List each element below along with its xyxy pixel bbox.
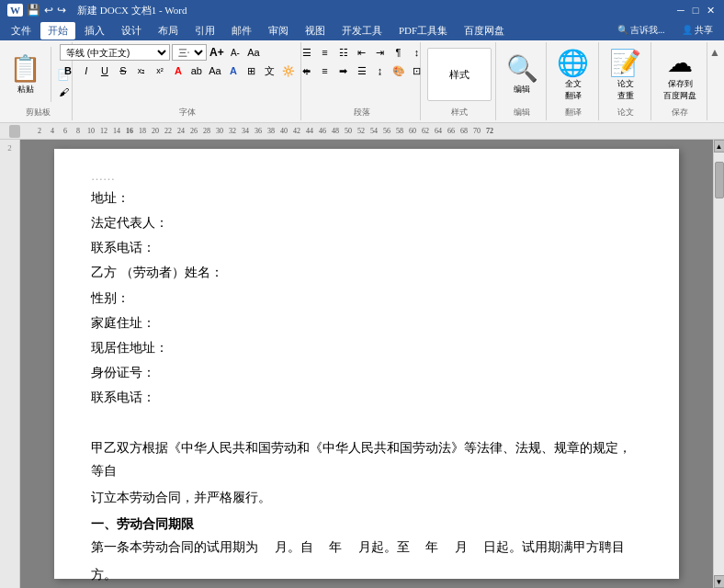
italic-button[interactable]: I bbox=[78, 62, 95, 79]
quick-access-save[interactable]: 💾 bbox=[27, 4, 40, 17]
edit-button[interactable]: 🔍 编辑 bbox=[501, 46, 544, 103]
underline-button[interactable]: U bbox=[96, 62, 113, 79]
paste-button[interactable]: 📋 粘贴 bbox=[4, 46, 47, 103]
doc-page[interactable]: …… 地址： 法定代表人： 联系电话： 乙方 （劳动者）姓名： 性别： 家庭住址… bbox=[54, 149, 679, 579]
menu-review[interactable]: 审阅 bbox=[261, 22, 296, 40]
translate-icon: 🌐 bbox=[557, 48, 589, 78]
ruler-left-margin bbox=[9, 125, 20, 138]
shading-button[interactable]: 🎨 bbox=[390, 62, 407, 79]
menu-design[interactable]: 设计 bbox=[114, 22, 149, 40]
paper-check-button[interactable]: 📝 论文查重 bbox=[603, 46, 649, 103]
superscript-button[interactable]: x² bbox=[152, 62, 168, 79]
list-number-button[interactable]: ≡ bbox=[317, 44, 334, 61]
scroll-thumb[interactable] bbox=[715, 162, 724, 198]
ruler-8: 8 bbox=[72, 127, 85, 135]
decrease-font-button[interactable]: A- bbox=[227, 44, 243, 61]
doc-para-2: 订立本劳动合同，并严格履行。 bbox=[91, 486, 642, 509]
save-baidu-button[interactable]: ☁ 保存到百度网盘 bbox=[655, 46, 706, 103]
show-formatting-button[interactable]: ¶ bbox=[390, 44, 407, 61]
edit-label: 编辑 bbox=[514, 84, 530, 96]
menu-tell-me[interactable]: 🔍 吉诉我... bbox=[610, 22, 673, 39]
ribbon-edit-group: 🔍 编辑 编辑 bbox=[498, 42, 546, 120]
title-text: 新建 DOCX 文档1 - Word bbox=[77, 4, 187, 17]
paste-icon: 📋 bbox=[9, 53, 41, 84]
decrease-indent-button[interactable]: ⇤ bbox=[354, 44, 370, 61]
menu-references[interactable]: 引用 bbox=[187, 22, 222, 40]
strikethrough-button[interactable]: S bbox=[115, 62, 131, 79]
menu-view[interactable]: 视图 bbox=[298, 22, 333, 40]
font-family-select[interactable]: 等线 (中文正文) bbox=[60, 44, 170, 61]
ruler-52: 52 bbox=[355, 127, 368, 135]
char-shading-button[interactable]: 🔆 bbox=[280, 62, 297, 79]
phonetic-button[interactable]: 文 bbox=[262, 62, 278, 79]
scroll-track[interactable] bbox=[714, 153, 725, 575]
menu-file[interactable]: 文件 bbox=[4, 22, 39, 40]
font-size-select[interactable]: 三号 小三 四号 bbox=[172, 44, 207, 61]
align-justify-button[interactable]: ☰ bbox=[354, 62, 370, 79]
clear-format-button[interactable]: Aa bbox=[245, 44, 262, 61]
menu-insert[interactable]: 插入 bbox=[77, 22, 112, 40]
ruler-24: 24 bbox=[175, 127, 187, 135]
line-spacing-button[interactable]: ↨ bbox=[372, 62, 389, 79]
doc-content-area[interactable]: …… 地址： 法定代表人： 联系电话： 乙方 （劳动者）姓名： 性别： 家庭住址… bbox=[20, 140, 713, 588]
scroll-up-button[interactable]: ▲ bbox=[714, 140, 725, 153]
ruler-56: 56 bbox=[380, 127, 393, 135]
ruler-20: 20 bbox=[149, 127, 162, 135]
ribbon-save-group: ☁ 保存到百度网盘 保存 bbox=[653, 42, 707, 120]
ruler-36: 36 bbox=[252, 127, 265, 135]
ribbon-font-group: 等线 (中文正文) 三号 小三 四号 A+ A- Aa B I U S x₂ x… bbox=[74, 42, 300, 120]
highlight-button[interactable]: ab bbox=[188, 62, 205, 79]
line-num-2: 2 bbox=[7, 141, 12, 154]
ribbon-collapse-button[interactable]: ▲ bbox=[709, 42, 720, 120]
menu-home[interactable]: 开始 bbox=[40, 22, 75, 40]
ruler-44: 44 bbox=[303, 127, 316, 135]
menu-share[interactable]: 👤 共享 bbox=[674, 22, 721, 39]
bold-button[interactable]: B bbox=[60, 62, 76, 79]
ruler-46: 46 bbox=[316, 127, 329, 135]
doc-para-1: 甲乙双方根据《中华人民共和国劳动和《中华人民共和国劳动法》等法律、法规、规章的规… bbox=[91, 436, 642, 482]
app-icon: W bbox=[7, 4, 23, 17]
menu-baidu[interactable]: 百度网盘 bbox=[457, 22, 512, 40]
ruler: 2 4 6 8 10 12 14 16 18 20 22 24 26 28 30… bbox=[0, 123, 724, 140]
ruler-30: 30 bbox=[213, 127, 226, 135]
style-preview: 样式 bbox=[449, 68, 469, 82]
style-box[interactable]: 样式 bbox=[427, 48, 492, 101]
align-left-button[interactable]: ⬅ bbox=[299, 62, 315, 79]
menu-developer[interactable]: 开发工具 bbox=[334, 22, 390, 40]
ruler-38: 38 bbox=[265, 127, 277, 135]
font-controls: 等线 (中文正文) 三号 小三 四号 A+ A- Aa B I U S x₂ x… bbox=[60, 44, 315, 105]
ruler-14: 14 bbox=[110, 127, 123, 135]
ruler-40: 40 bbox=[277, 127, 290, 135]
menu-layout[interactable]: 布局 bbox=[151, 22, 186, 40]
scrollbar-right[interactable]: ▲ ▼ bbox=[713, 140, 724, 588]
increase-font-button[interactable]: A+ bbox=[209, 44, 225, 61]
minimize-button[interactable]: ─ bbox=[674, 4, 687, 17]
menu-pdf[interactable]: PDF工具集 bbox=[391, 22, 455, 40]
close-button[interactable]: ✕ bbox=[704, 4, 717, 17]
ruler-4: 4 bbox=[46, 127, 59, 135]
subscript-button[interactable]: x₂ bbox=[133, 62, 150, 79]
menu-mailings[interactable]: 邮件 bbox=[224, 22, 259, 40]
font-row-1: 等线 (中文正文) 三号 小三 四号 A+ A- Aa bbox=[60, 44, 262, 61]
ruler-22: 22 bbox=[162, 127, 175, 135]
full-translate-button[interactable]: 🌐 全文翻译 bbox=[550, 46, 596, 103]
quick-access-redo[interactable]: ↪ bbox=[57, 4, 66, 17]
document-area: 2 …… 地址： 法定代表人： 联系电话： 乙方 （劳动者）姓名： 性别： 家庭… bbox=[0, 140, 724, 588]
border-button[interactable]: ⊞ bbox=[243, 62, 260, 79]
list-multilevel-button[interactable]: ☷ bbox=[335, 44, 352, 61]
font-color-button[interactable]: A bbox=[170, 62, 187, 79]
quick-access-undo[interactable]: ↩ bbox=[44, 4, 53, 17]
ruler-48: 48 bbox=[329, 127, 342, 135]
change-case-button[interactable]: Aa bbox=[207, 62, 223, 79]
title-bar-controls: ─ □ ✕ bbox=[674, 4, 717, 17]
font-color2-button[interactable]: A bbox=[225, 62, 242, 79]
align-right-button[interactable]: ➡ bbox=[335, 62, 352, 79]
scroll-down-button[interactable]: ▼ bbox=[714, 575, 725, 588]
list-bullet-button[interactable]: ☰ bbox=[299, 44, 315, 61]
align-center-button[interactable]: ≡ bbox=[317, 62, 334, 79]
doc-line-phone1: 联系电话： bbox=[91, 236, 642, 259]
divider bbox=[51, 47, 51, 102]
ruler-60: 60 bbox=[406, 127, 419, 135]
increase-indent-button[interactable]: ⇥ bbox=[372, 44, 389, 61]
maximize-button[interactable]: □ bbox=[689, 4, 702, 17]
